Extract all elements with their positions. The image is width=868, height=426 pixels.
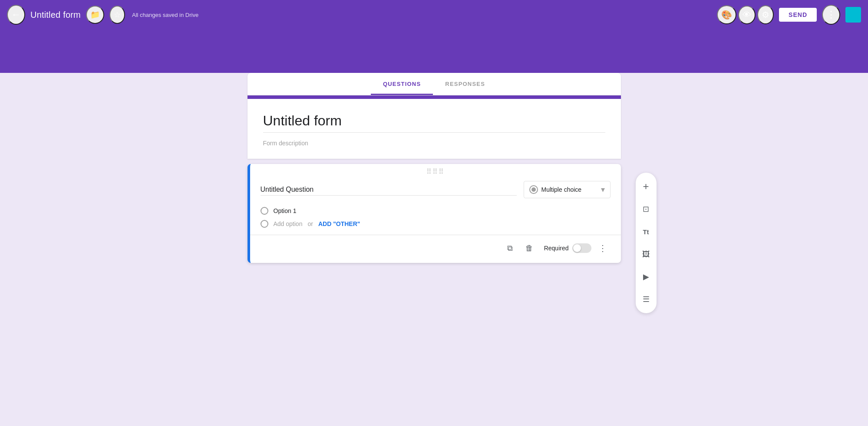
add-question-icon: + bbox=[643, 180, 649, 193]
import-icon: ⊡ bbox=[643, 204, 649, 214]
tab-questions[interactable]: QUESTIONS bbox=[371, 73, 433, 95]
import-questions-button[interactable]: ⊡ bbox=[636, 199, 657, 220]
top-nav: ← Untitled form 📁 ☆ All changes saved in… bbox=[0, 0, 868, 29]
form-title-card: Untitled form Form description bbox=[248, 95, 621, 159]
add-section-button[interactable]: ☰ bbox=[636, 289, 657, 310]
form-title-nav: Untitled form bbox=[30, 10, 81, 20]
form-title-input[interactable]: Untitled form bbox=[263, 113, 605, 133]
settings-icon: ⚙ bbox=[762, 10, 769, 20]
add-title-button[interactable]: Tt bbox=[636, 221, 657, 242]
video-icon: ▶ bbox=[643, 272, 649, 282]
option-radio-1 bbox=[261, 207, 268, 215]
star-button[interactable]: ☆ bbox=[109, 6, 125, 24]
tabs-bar: QUESTIONS RESPONSES bbox=[248, 73, 621, 95]
chevron-down-icon: ▾ bbox=[601, 185, 605, 194]
send-button[interactable]: SEND bbox=[779, 8, 817, 22]
add-option-radio bbox=[261, 220, 268, 228]
title-icon: Tt bbox=[643, 228, 649, 236]
back-button[interactable]: ← bbox=[7, 5, 25, 25]
eye-icon: 👁 bbox=[743, 10, 751, 20]
more-menu-button[interactable]: ⋮ bbox=[822, 5, 840, 25]
question-type-label: Multiple choice bbox=[541, 186, 597, 193]
back-icon: ← bbox=[11, 9, 21, 20]
drag-handle[interactable]: ⠿⠿⠿ bbox=[250, 164, 621, 177]
delete-icon: 🗑 bbox=[525, 244, 533, 253]
question-footer: ⧉ 🗑 Required ⋮ bbox=[250, 235, 621, 263]
main-content: QUESTIONS RESPONSES Untitled form Form d… bbox=[0, 73, 868, 426]
preview-button[interactable]: 👁 bbox=[738, 6, 756, 24]
required-label: Required bbox=[544, 245, 569, 252]
delete-question-button[interactable]: 🗑 bbox=[521, 240, 537, 256]
question-body: Multiple choice ▾ Option 1 Add option or… bbox=[250, 177, 621, 228]
tab-responses[interactable]: RESPONSES bbox=[433, 73, 497, 95]
required-toggle[interactable] bbox=[572, 243, 591, 253]
folder-icon: 📁 bbox=[90, 10, 100, 20]
save-status: All changes saved in Drive bbox=[132, 12, 712, 18]
add-other-link[interactable]: ADD "OTHER" bbox=[318, 220, 360, 227]
section-icon: ☰ bbox=[643, 295, 650, 304]
copy-question-button[interactable]: ⧉ bbox=[502, 240, 518, 256]
nav-right: 🎨 👁 ⚙ SEND ⋮ bbox=[717, 5, 861, 25]
option-row-1: Option 1 bbox=[261, 207, 611, 215]
settings-button[interactable]: ⚙ bbox=[757, 5, 774, 24]
drag-icon: ⠿⠿⠿ bbox=[426, 168, 445, 175]
question-type-selector[interactable]: Multiple choice ▾ bbox=[524, 181, 611, 198]
copy-icon: ⧉ bbox=[507, 244, 513, 253]
form-description-input[interactable]: Form description bbox=[263, 140, 605, 147]
question-header: Multiple choice ▾ bbox=[261, 181, 611, 198]
header-area bbox=[0, 29, 868, 73]
star-icon: ☆ bbox=[114, 10, 121, 20]
radio-type-icon bbox=[529, 185, 538, 194]
option-1-label[interactable]: Option 1 bbox=[274, 207, 297, 214]
more-vert-icon: ⋮ bbox=[826, 9, 836, 20]
user-avatar bbox=[845, 7, 861, 23]
palette-button[interactable]: 🎨 bbox=[717, 5, 736, 24]
form-container: QUESTIONS RESPONSES Untitled form Form d… bbox=[248, 73, 621, 409]
question-title-input[interactable] bbox=[261, 184, 517, 196]
add-video-button[interactable]: ▶ bbox=[636, 266, 657, 287]
image-icon: 🖼 bbox=[642, 250, 650, 259]
question-more-button[interactable]: ⋮ bbox=[595, 241, 611, 255]
add-option-separator: or bbox=[307, 220, 313, 227]
question-card: ⠿⠿⠿ Multiple choice ▾ Option 1 bbox=[248, 164, 621, 263]
add-option-text[interactable]: Add option bbox=[274, 220, 303, 227]
add-image-button[interactable]: 🖼 bbox=[636, 244, 657, 265]
add-option-row: Add option or ADD "OTHER" bbox=[261, 220, 611, 228]
sidebar-toolbar: + ⊡ Tt 🖼 ▶ ☰ bbox=[636, 173, 657, 313]
palette-icon: 🎨 bbox=[721, 10, 732, 20]
add-question-button[interactable]: + bbox=[636, 176, 657, 197]
folder-button[interactable]: 📁 bbox=[86, 6, 104, 24]
